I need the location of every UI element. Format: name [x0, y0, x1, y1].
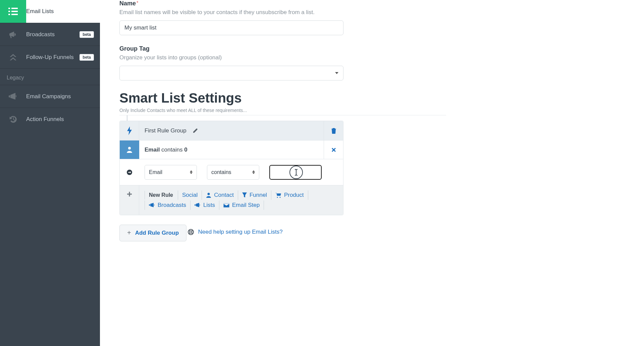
arrow-right-circle-icon [120, 159, 139, 185]
sidebar-item-label: Follow-Up Funnels [26, 54, 79, 61]
svg-rect-0 [8, 8, 10, 9]
rule-type-broadcasts[interactable]: Broadcasts [145, 200, 190, 210]
edit-icon[interactable] [193, 128, 198, 133]
field-select[interactable]: Email [145, 165, 197, 180]
divider [119, 115, 446, 115]
envelope-icon [223, 203, 229, 208]
life-ring-icon [188, 229, 194, 235]
sort-icon [252, 170, 255, 174]
rule-group-title: First Rule Group [145, 127, 186, 134]
name-help: Email list names will be visible to your… [119, 9, 446, 16]
name-label: Name [119, 0, 136, 7]
megaphone-icon [0, 31, 26, 38]
user-icon [120, 140, 139, 159]
operator-select[interactable]: contains [207, 165, 259, 180]
plus-icon: + [127, 229, 131, 237]
filter-icon [242, 192, 247, 198]
rule-type-funnel[interactable]: Funnel [238, 190, 271, 200]
group-tag-field-block: Group Tag Organize your lists into group… [119, 45, 446, 80]
sort-icon [190, 170, 193, 174]
required-star: * [137, 0, 138, 5]
sidebar-item-email-campaigns[interactable]: Email Campaigns [0, 85, 100, 108]
rule-type-social[interactable]: Social [178, 190, 202, 200]
user-icon [206, 192, 211, 198]
plus-icon[interactable] [120, 185, 139, 215]
rule-editor-row: Email contains [120, 159, 343, 185]
sidebar-item-broadcasts[interactable]: Broadcasts beta [0, 23, 100, 46]
group-tag-label: Group Tag [119, 45, 446, 52]
svg-rect-3 [11, 8, 18, 9]
rule-group-card: First Rule Group Email contains 0 [119, 121, 343, 215]
smart-settings-subtitle: Only Include Contacts who meet ALL of th… [119, 108, 446, 113]
sidebar-item-label: Broadcasts [26, 31, 79, 38]
sidebar-item-action-funnels[interactable]: Action Funnels [0, 108, 100, 130]
history-icon [0, 115, 26, 123]
sidebar-item-email-lists[interactable]: Email Lists [0, 0, 100, 23]
rule-type-email-step[interactable]: Email Step [219, 200, 264, 210]
sidebar-section-legacy: Legacy [0, 68, 100, 85]
sidebar-item-label: Email Lists [26, 8, 94, 15]
rule-type-product[interactable]: Product [271, 190, 308, 200]
delete-group-button[interactable] [324, 121, 343, 140]
rule-type-lists[interactable]: Lists [190, 200, 219, 210]
bullhorn-icon [0, 93, 26, 100]
condition-summary: Email contains 0 [145, 147, 187, 153]
beta-badge: beta [79, 31, 94, 38]
group-tag-help: Organize your lists into groups (optiona… [119, 54, 446, 61]
sidebar-item-label: Email Campaigns [26, 93, 94, 100]
sidebar-item-label: Action Funnels [26, 116, 94, 123]
value-input[interactable] [269, 165, 322, 180]
rule-type-contact[interactable]: Contact [202, 190, 238, 200]
group-tag-select[interactable] [119, 66, 343, 80]
svg-rect-5 [11, 14, 18, 15]
add-rule-group-button[interactable]: + Add Rule Group [119, 225, 186, 241]
svg-rect-1 [8, 11, 10, 12]
remove-condition-button[interactable] [324, 140, 343, 159]
rule-group-header: First Rule Group [120, 121, 343, 140]
name-input[interactable] [119, 20, 343, 35]
bullhorn-icon [195, 203, 201, 208]
smart-settings-title: Smart List Settings [119, 91, 446, 106]
caret-down-icon [335, 72, 338, 74]
cart-icon [275, 192, 281, 198]
svg-rect-4 [11, 11, 18, 12]
bullhorn-icon [149, 203, 155, 208]
main-content: Name* Email list names will be visible t… [100, 0, 462, 346]
sidebar-item-followup-funnels[interactable]: Follow-Up Funnels beta [0, 46, 100, 68]
beta-badge: beta [79, 54, 94, 61]
list-icon [0, 0, 26, 23]
name-field-block: Name* Email list names will be visible t… [119, 0, 446, 35]
svg-rect-2 [8, 14, 10, 15]
help-link[interactable]: Need help setting up Email Lists? [188, 229, 282, 235]
double-chevron-up-icon [0, 53, 26, 61]
rule-condition-row[interactable]: Email contains 0 [120, 140, 343, 159]
new-rule-row: New Rule Social Contact Funnel Produ [120, 185, 343, 215]
svg-point-9 [190, 231, 192, 233]
bolt-icon [120, 121, 139, 140]
sidebar: Email Lists Broadcasts beta Follow-Up Fu… [0, 0, 100, 346]
new-rule-label: New Rule [145, 191, 178, 199]
